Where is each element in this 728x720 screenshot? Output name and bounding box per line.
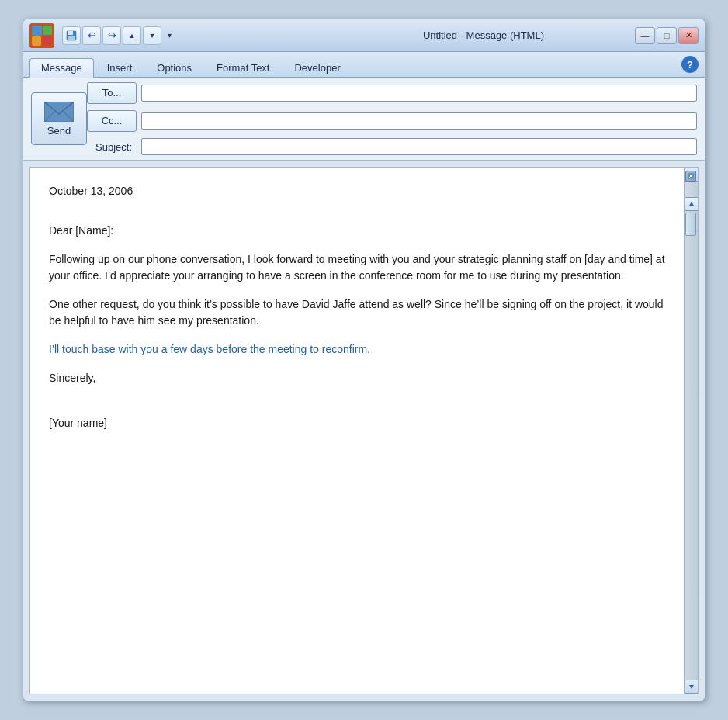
window-title: Untitled - Message (HTML) — [332, 29, 635, 41]
ribbon: Message Insert Options Format Text Devel… — [23, 52, 705, 78]
window-controls: — □ ✕ — [635, 27, 699, 44]
scroll-up-arrow[interactable] — [685, 197, 698, 211]
scrollbar — [684, 168, 698, 694]
tab-message[interactable]: Message — [29, 58, 94, 78]
title-bar-left: ↩ ↪ ▲ ▼ ▾ — [29, 23, 332, 48]
send-button[interactable]: Send — [31, 92, 87, 145]
tab-format-text[interactable]: Format Text — [205, 58, 281, 77]
email-body[interactable]: October 13, 2006 Dear [Name]: Following … — [30, 168, 684, 694]
subject-row: Subject: — [87, 138, 697, 155]
save-button[interactable] — [62, 26, 81, 45]
title-bar: ↩ ↪ ▲ ▼ ▾ Untitled - Message (HTML) — □ … — [23, 19, 705, 52]
tab-options[interactable]: Options — [145, 58, 203, 77]
to-row: To... — [87, 82, 697, 104]
svg-rect-3 — [32, 36, 41, 46]
email-paragraph3: I’ll touch base with you a few days befo… — [49, 341, 665, 358]
scroll-thumb[interactable] — [685, 213, 696, 236]
quick-access-toolbar: ↩ ↪ ▲ ▼ ▾ — [62, 26, 175, 45]
email-signature: [Your name] — [49, 415, 665, 431]
tab-developer[interactable]: Developer — [283, 58, 352, 77]
scroll-track — [685, 211, 698, 680]
send-envelope-icon — [44, 102, 74, 122]
send-label: Send — [47, 125, 71, 137]
outlook-window: ↩ ↪ ▲ ▼ ▾ Untitled - Message (HTML) — □ … — [23, 19, 705, 701]
svg-rect-2 — [43, 26, 52, 35]
maximize-button[interactable]: □ — [657, 27, 677, 44]
email-paragraph1: Following up on our phone conversation, … — [49, 251, 665, 284]
help-button[interactable]: ? — [681, 56, 699, 73]
email-body-area: October 13, 2006 Dear [Name]: Following … — [29, 167, 699, 694]
svg-rect-7 — [68, 36, 75, 40]
down-button[interactable]: ▼ — [143, 26, 161, 45]
svg-rect-6 — [68, 31, 73, 35]
to-input[interactable] — [141, 85, 697, 102]
tab-insert[interactable]: Insert — [95, 58, 144, 77]
up-button[interactable]: ▲ — [123, 26, 141, 45]
scroll-down-button[interactable] — [685, 680, 699, 694]
close-button[interactable]: ✕ — [678, 27, 699, 44]
email-paragraph2: One other request, do you think it’s pos… — [49, 296, 665, 329]
email-date: October 13, 2006 — [49, 183, 665, 199]
svg-rect-4 — [43, 36, 52, 46]
scroll-corner-icon — [685, 171, 696, 182]
undo-button[interactable]: ↩ — [82, 26, 101, 45]
svg-rect-1 — [32, 26, 42, 36]
ribbon-tabs: Message Insert Options Format Text Devel… — [23, 52, 705, 77]
email-fields: To... Cc... Subject: — [87, 82, 697, 155]
cc-button[interactable]: Cc... — [87, 110, 137, 132]
redo-button[interactable]: ↪ — [102, 26, 121, 45]
quick-access-dropdown[interactable]: ▾ — [163, 26, 175, 45]
subject-label: Subject: — [87, 141, 137, 153]
form-area: Send To... Cc... Subject: — [23, 78, 705, 161]
to-button[interactable]: To... — [87, 82, 137, 104]
office-logo — [29, 23, 54, 48]
subject-input[interactable] — [141, 138, 697, 155]
cc-row: Cc... — [87, 110, 697, 132]
email-closing: Sincerely, — [49, 370, 665, 386]
minimize-button[interactable]: — — [635, 27, 655, 44]
email-greeting: Dear [Name]: — [49, 223, 665, 239]
cc-input[interactable] — [141, 112, 697, 130]
